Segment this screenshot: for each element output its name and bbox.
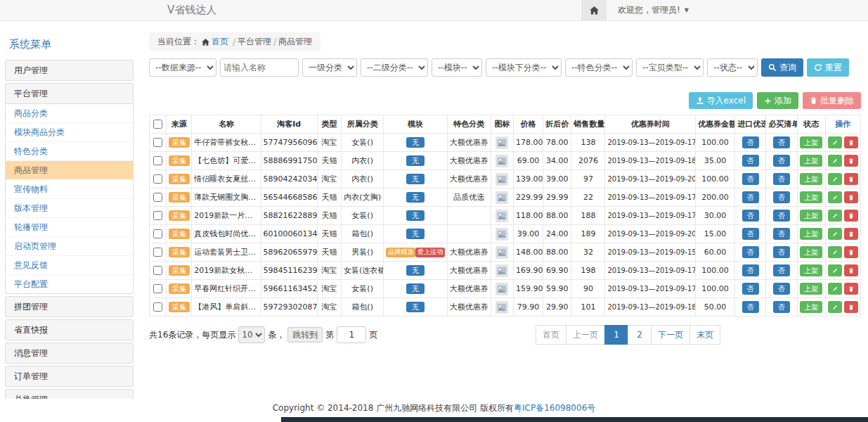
import-pick-button[interactable]: 否 xyxy=(742,246,759,258)
jump-button[interactable]: 跳转到 xyxy=(287,327,323,343)
sidebar-item[interactable]: 宣传物料 xyxy=(6,180,133,199)
name-search-input[interactable] xyxy=(220,58,299,77)
edit-button[interactable] xyxy=(828,228,842,240)
must-buy-button[interactable]: 否 xyxy=(773,191,790,203)
user-menu[interactable]: 欢迎您，管理员! ▼ xyxy=(618,4,689,16)
import-pick-button[interactable]: 否 xyxy=(742,283,759,295)
sidebar-item[interactable]: 平台配置 xyxy=(6,275,133,293)
row-checkbox[interactable] xyxy=(153,174,162,184)
sidebar-group[interactable]: 消息管理 xyxy=(5,343,134,364)
page-link[interactable]: 首页 xyxy=(536,325,566,345)
sidebar-group[interactable]: 平台管理 xyxy=(5,83,134,104)
import-pick-button[interactable]: 否 xyxy=(742,173,759,185)
delete-button[interactable] xyxy=(844,155,858,167)
delete-button[interactable] xyxy=(844,136,858,148)
edit-button[interactable] xyxy=(828,210,842,222)
row-checkbox[interactable] xyxy=(153,156,162,165)
import-pick-button[interactable]: 否 xyxy=(742,264,759,276)
breadcrumb-home-link[interactable]: 首页 xyxy=(212,36,228,48)
delete-button[interactable] xyxy=(844,191,858,203)
sidebar-item[interactable]: 轮播管理 xyxy=(6,218,133,237)
row-checkbox[interactable] xyxy=(153,138,162,147)
delete-button[interactable] xyxy=(844,264,858,276)
search-button[interactable]: 查询 xyxy=(761,58,803,77)
must-buy-button[interactable]: 否 xyxy=(773,283,790,295)
edit-button[interactable] xyxy=(828,246,842,258)
home-button[interactable] xyxy=(581,0,607,20)
status-button[interactable]: 上架 xyxy=(800,301,822,313)
row-checkbox[interactable] xyxy=(153,193,162,202)
must-buy-button[interactable]: 否 xyxy=(773,246,790,258)
page-link[interactable]: 下一页 xyxy=(651,325,690,345)
sidebar-item[interactable]: 模块商品分类 xyxy=(6,123,133,142)
row-checkbox[interactable] xyxy=(153,266,162,275)
status-button[interactable]: 上架 xyxy=(800,264,822,276)
sidebar-item[interactable]: 启动页管理 xyxy=(6,237,133,256)
bulk-delete-button[interactable]: 批量删除 xyxy=(803,92,861,109)
row-checkbox[interactable] xyxy=(153,211,162,220)
edit-button[interactable] xyxy=(828,173,842,185)
page-link[interactable]: 上一页 xyxy=(566,325,605,345)
status-button[interactable]: 上架 xyxy=(800,228,822,240)
add-button[interactable]: 添加 xyxy=(757,92,798,109)
row-checkbox[interactable] xyxy=(153,302,162,312)
sidebar-item[interactable]: 商品分类 xyxy=(6,104,133,123)
import-pick-button[interactable]: 否 xyxy=(742,155,759,167)
must-buy-button[interactable]: 否 xyxy=(773,210,790,222)
filter-level1-category[interactable]: 一级分类 xyxy=(302,58,357,77)
delete-button[interactable] xyxy=(844,210,858,222)
jump-page-input[interactable] xyxy=(337,326,366,343)
status-button[interactable]: 上架 xyxy=(800,136,822,148)
edit-button[interactable] xyxy=(828,283,842,295)
delete-button[interactable] xyxy=(844,246,858,258)
sidebar-item[interactable]: 商品管理 xyxy=(6,161,133,180)
delete-button[interactable] xyxy=(844,173,858,185)
status-button[interactable]: 上架 xyxy=(800,173,822,185)
per-page-select[interactable]: 10 xyxy=(238,326,265,343)
status-button[interactable]: 上架 xyxy=(800,191,822,203)
row-checkbox[interactable] xyxy=(153,248,162,257)
edit-button[interactable] xyxy=(828,136,842,148)
status-button[interactable]: 上架 xyxy=(800,155,822,167)
sidebar-group[interactable]: 订单管理 xyxy=(5,366,134,387)
must-buy-button[interactable]: 否 xyxy=(773,228,790,240)
filter-data-source[interactable]: --数据来源-- xyxy=(149,58,216,77)
status-button[interactable]: 上架 xyxy=(800,246,822,258)
row-checkbox[interactable] xyxy=(153,229,162,238)
filter-status[interactable]: --状态-- xyxy=(707,58,758,77)
icp-link[interactable]: 粤ICP备16098006号 xyxy=(514,402,595,414)
edit-button[interactable] xyxy=(828,191,842,203)
sidebar-group[interactable]: 用户管理 xyxy=(5,60,134,81)
filter-item-type[interactable]: --宝贝类型-- xyxy=(636,58,704,77)
edit-button[interactable] xyxy=(828,155,842,167)
page-link[interactable]: 末页 xyxy=(689,325,720,345)
filter-featured-category[interactable]: --特色分类-- xyxy=(565,58,633,77)
edit-button[interactable] xyxy=(828,301,842,313)
delete-button[interactable] xyxy=(844,228,858,240)
page-link[interactable]: 1 xyxy=(604,325,628,345)
delete-button[interactable] xyxy=(844,301,858,313)
filter-module[interactable]: --模块-- xyxy=(432,58,482,77)
sidebar-group[interactable]: 省直快报 xyxy=(5,319,134,340)
delete-button[interactable] xyxy=(844,283,858,295)
import-pick-button[interactable]: 否 xyxy=(742,210,759,222)
must-buy-button[interactable]: 否 xyxy=(773,155,790,167)
sidebar-group[interactable]: 拼团管理 xyxy=(5,296,134,317)
filter-level2-category[interactable]: --二级分类-- xyxy=(361,58,428,77)
sidebar-item[interactable]: 特色分类 xyxy=(6,142,133,161)
import-pick-button[interactable]: 否 xyxy=(742,191,759,203)
import-excel-button[interactable]: 导入excel xyxy=(689,92,753,109)
import-pick-button[interactable]: 否 xyxy=(742,136,759,148)
must-buy-button[interactable]: 否 xyxy=(773,264,790,276)
sidebar-item[interactable]: 意见反馈 xyxy=(6,256,133,275)
must-buy-button[interactable]: 否 xyxy=(773,301,790,313)
page-link[interactable]: 2 xyxy=(628,325,652,345)
status-button[interactable]: 上架 xyxy=(800,210,822,222)
status-button[interactable]: 上架 xyxy=(800,283,822,295)
select-all-checkbox[interactable] xyxy=(153,120,162,129)
row-checkbox[interactable] xyxy=(153,284,162,293)
must-buy-button[interactable]: 否 xyxy=(773,173,790,185)
edit-button[interactable] xyxy=(828,264,842,276)
import-pick-button[interactable]: 否 xyxy=(742,228,759,240)
filter-module-subcategory[interactable]: --模块下分类-- xyxy=(486,58,562,77)
